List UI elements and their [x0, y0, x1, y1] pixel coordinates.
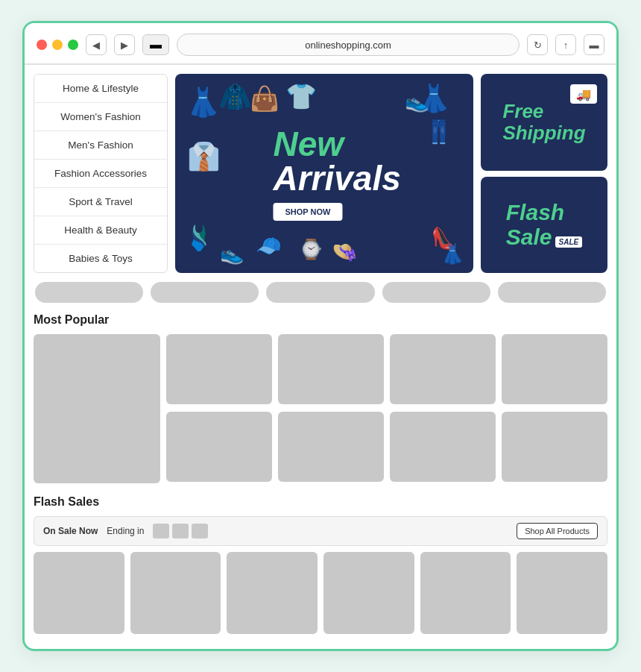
popular-card-2[interactable] [278, 334, 384, 404]
popular-card-6[interactable] [278, 412, 384, 482]
sidebar-item-fashion-accessories[interactable]: Fashion Accessories [34, 160, 167, 188]
close-window-button[interactable] [37, 40, 47, 50]
tab-button[interactable]: ▬ [142, 34, 169, 55]
watch-icon: ⌚ [299, 238, 323, 261]
truck-icon: 🚚 [570, 84, 597, 104]
shirt-icon: 👕 [285, 81, 317, 111]
sidebar-item-label: Babies & Toys [69, 253, 132, 264]
free-label: Free [502, 101, 585, 122]
hat-icon: 🧢 [256, 233, 282, 258]
flash-product-3[interactable] [227, 552, 318, 634]
popular-card-8[interactable] [502, 412, 607, 482]
free-shipping-banner[interactable]: 🚚 Free Shipping [481, 74, 607, 171]
sidebar-item-label: Home & Lifestyle [63, 83, 139, 94]
flash-sales-title: Flash Sales [34, 495, 607, 509]
forward-button[interactable]: ▶ [114, 34, 135, 55]
back-button[interactable]: ◀ [86, 34, 107, 55]
sale-line: SaleSALE [506, 224, 582, 249]
filter-tab-4[interactable] [382, 282, 490, 303]
sidebar-item-label: Women's Fashion [60, 111, 140, 122]
flash-sales-section: Flash Sales On Sale Now Ending in Shop A… [34, 495, 607, 634]
flash-products-grid [34, 552, 607, 634]
dress-icon: 👗 [186, 86, 221, 119]
refresh-button[interactable]: ↻ [527, 34, 548, 55]
sneakers-icon: 👟 [405, 90, 429, 113]
sidebar-item-babies-toys[interactable]: Babies & Toys [34, 245, 167, 272]
most-popular-grid [34, 334, 607, 483]
sidebar-item-label: Fashion Accessories [54, 168, 147, 179]
hero-banner[interactable]: 👗 🧥 👜 👕 👗 🩱 👟 🧢 ⌚ [175, 74, 473, 273]
jacket-icon: 🧥 [218, 81, 252, 113]
popular-card-4[interactable] [502, 334, 607, 404]
filter-tabs [34, 282, 607, 303]
share-button[interactable]: ↑ [555, 34, 576, 55]
browser-window: ◀ ▶ ▬ onlineshopping.com ↻ ↑ ▬ Home & Li… [22, 21, 619, 651]
window-button[interactable]: ▬ [584, 34, 604, 55]
dress2-icon: 👗 [417, 83, 451, 114]
maximize-window-button[interactable] [68, 40, 78, 50]
sidebar: Home & Lifestyle Women's Fashion Men's F… [34, 74, 168, 273]
popular-card-7[interactable] [390, 412, 496, 482]
skirt-icon: 🩱 [184, 224, 214, 252]
tab-icon: ▬ [150, 38, 162, 51]
address-bar[interactable]: onlineshopping.com [177, 34, 520, 56]
flash-sale-text: Flash SaleSALE [506, 200, 582, 249]
shop-now-button[interactable]: SHOP NOW [273, 203, 342, 221]
sidebar-item-home-lifestyle[interactable]: Home & Lifestyle [34, 75, 167, 103]
timer-hours [153, 524, 169, 538]
filter-tab-1[interactable] [35, 282, 143, 303]
sidebar-item-sport-travel[interactable]: Sport & Travel [34, 188, 167, 216]
flash-product-4[interactable] [323, 552, 414, 634]
sidebar-item-womens-fashion[interactable]: Women's Fashion [34, 103, 167, 131]
sidebar-item-label: Health & Beauty [64, 224, 137, 236]
sidebar-item-health-beauty[interactable]: Health & Beauty [34, 216, 167, 245]
popular-card-5[interactable] [166, 412, 272, 482]
filter-tab-2[interactable] [151, 282, 259, 303]
url-text: onlineshopping.com [305, 40, 391, 51]
filter-tab-3[interactable] [266, 282, 374, 303]
timer-seconds [192, 524, 208, 538]
button-shirt-icon: 👔 [187, 141, 221, 172]
flash-product-2[interactable] [130, 552, 221, 634]
ending-in-label: Ending in [107, 526, 144, 536]
pants-icon: 👖 [425, 119, 452, 145]
sale-word: Sale [506, 224, 552, 249]
hat2-icon: 👒 [332, 239, 358, 264]
flash-product-6[interactable] [517, 552, 607, 634]
popular-featured-card[interactable] [34, 334, 160, 483]
browser-chrome: ◀ ▶ ▬ onlineshopping.com ↻ ↑ ▬ [25, 23, 616, 65]
hero-new-label: New [273, 127, 400, 161]
purse-icon: 👜 [250, 84, 280, 113]
flash-label: Flash [506, 200, 582, 224]
hero-arrivals-label: Arrivals [273, 161, 400, 195]
top-section: Home & Lifestyle Women's Fashion Men's F… [34, 74, 607, 273]
on-sale-now-label: On Sale Now [43, 526, 98, 536]
main-content: Home & Lifestyle Women's Fashion Men's F… [25, 65, 616, 649]
flash-product-1[interactable] [34, 552, 124, 634]
sale-tag-badge: SALE [555, 236, 583, 248]
shipping-label: Shipping [502, 122, 585, 144]
popular-card-1[interactable] [166, 334, 272, 404]
skirt2-icon: 👗 [441, 242, 464, 266]
right-banners: 🚚 Free Shipping Flash SaleSALE [481, 74, 607, 273]
flash-sale-banner[interactable]: Flash SaleSALE [481, 177, 607, 274]
sidebar-item-label: Men's Fashion [68, 139, 133, 151]
popular-cards-grid [166, 334, 607, 483]
sidebar-item-label: Sport & Travel [69, 196, 133, 207]
countdown-timer [153, 524, 208, 538]
sidebar-item-mens-fashion[interactable]: Men's Fashion [34, 131, 167, 160]
filter-tab-5[interactable] [498, 282, 606, 303]
free-shipping-text: Free Shipping [502, 101, 585, 143]
traffic-lights [37, 40, 78, 50]
flash-product-5[interactable] [420, 552, 511, 634]
shoes-icon: 👟 [220, 242, 244, 266]
flash-sales-bar: On Sale Now Ending in Shop All Products [34, 516, 607, 546]
shop-all-button[interactable]: Shop All Products [517, 523, 598, 539]
most-popular-title: Most Popular [34, 313, 607, 327]
timer-minutes [172, 524, 189, 538]
minimize-window-button[interactable] [52, 40, 63, 50]
heels-icon: 👠 [431, 226, 457, 251]
hero-text: New Arrivals SHOP NOW [273, 127, 400, 221]
popular-card-3[interactable] [390, 334, 496, 404]
